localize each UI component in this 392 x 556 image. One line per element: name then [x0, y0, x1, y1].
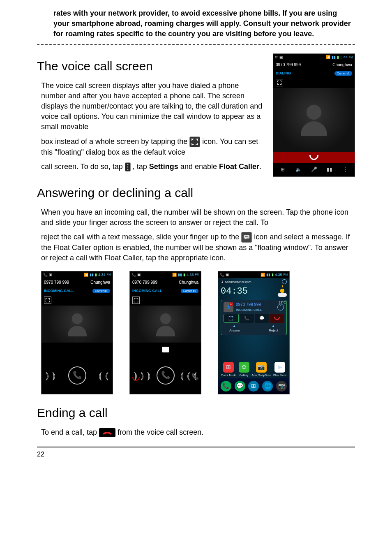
minimize-icon: [189, 137, 200, 147]
voice-para-3b: , tap: [133, 162, 149, 171]
message-icon: [241, 232, 252, 243]
answer-para-2: reject the call with a text message, sli…: [37, 232, 355, 264]
dock-browser[interactable]: 🌐: [262, 381, 273, 392]
hold-icon[interactable]: ▮▮: [326, 167, 333, 173]
svg-point-0: [127, 164, 128, 165]
svg-point-6: [247, 236, 248, 237]
dock: 📞 💬 ⊞ 🌐 📷: [218, 378, 289, 394]
call-option-bar: ⊞ 🔈 🎤 ▮▮ ⋮: [273, 163, 355, 176]
call-info-row: 0970 799 999 Chunghwa: [42, 278, 113, 287]
hangup-icon: [309, 155, 318, 160]
voice-para-1: The voice call screen displays after you…: [37, 81, 265, 132]
float-answer-button[interactable]: 📞: [240, 314, 254, 323]
hangup-button[interactable]: [273, 152, 355, 163]
status-left-icons: ⟳ ▣: [275, 55, 283, 60]
home-apps-row: ⊞Quick Mode ✿Gallery 📷Acer SnapNote ▶Pla…: [218, 359, 289, 378]
status-left: 📞 ▣: [43, 272, 53, 278]
contact-avatar: [42, 306, 113, 343]
answer-slider[interactable]: ⦆⦆ 📞 ⦅⦅: [42, 357, 113, 394]
app-play-store[interactable]: ▶Play Store: [273, 362, 286, 378]
gear-icon[interactable]: [282, 279, 287, 284]
heading-answer: Answering or declining a call: [37, 184, 355, 202]
voice-para-3c: and enable: [180, 162, 219, 171]
status-time: 3:44 PM: [340, 55, 353, 60]
weather-widget-header: 🌡 AccuWeather.com: [218, 278, 289, 285]
app-gallery[interactable]: ✿Gallery: [239, 362, 249, 378]
ending-para: To end a call, tap from the voice call s…: [37, 427, 355, 438]
svg-point-4: [245, 236, 246, 237]
dock-phone[interactable]: 📞: [221, 381, 231, 392]
call-state-label: DIALING: [276, 71, 291, 76]
overflow-menu-icon: [125, 162, 131, 171]
float-number: 0970 799 999: [236, 302, 262, 308]
minimize-button[interactable]: [276, 79, 283, 86]
temperature: 22°C: [279, 300, 286, 305]
status-right: 📶 ▮▮ ▮ 4:35 PM: [261, 272, 288, 278]
float-answer-label: Answer: [229, 328, 240, 333]
phone-ring-icon: 📞: [157, 366, 175, 385]
voice-para-2a: box instead of a whole screen by tapping…: [41, 137, 189, 146]
phone-number: 0970 799 999: [44, 280, 69, 285]
minimize-button[interactable]: [132, 297, 140, 304]
ending-para-b: from the voice call screen.: [118, 428, 203, 436]
status-bar: 📞 ▣ 📶 ▮▮ ▮ 4:35 PM: [218, 271, 289, 278]
heading-voice-call: The voice call screen: [37, 58, 265, 75]
voice-para-3a: call screen. To do so, tap: [41, 162, 125, 171]
call-state-label: INCOMING CALL: [132, 288, 162, 294]
ending-para-a: To end a call, tap: [41, 428, 99, 436]
float-reject-button[interactable]: [270, 314, 284, 323]
settings-word: Settings: [149, 162, 178, 171]
float-reject-label: Reject: [269, 328, 278, 333]
dock-apps[interactable]: ⊞: [248, 381, 259, 392]
reject-with-message-target[interactable]: [130, 343, 201, 357]
status-bar: ⟳ ▣ 📶 ▮▮ ▮ 3:44 PM: [273, 54, 355, 61]
weather-widget: 22°C: [278, 287, 287, 305]
float-avatar: 👤1: [224, 302, 233, 312]
svg-point-1: [127, 167, 128, 168]
more-icon[interactable]: ⋮: [342, 167, 348, 173]
call-info-row: 0970 799 999 Chunghwa: [130, 278, 201, 287]
dock-camera[interactable]: 📷: [276, 381, 287, 392]
status-bar: 📞 ▣ 📶 ▮▮ ▮ 4:34 PM: [42, 271, 113, 278]
float-message-button[interactable]: 💬: [255, 314, 269, 323]
status-right: 📶 ▮▮ ▮ 3:44 PM: [326, 55, 353, 60]
contact-name: Chunghwa: [90, 280, 110, 285]
float-reject-arrow: ▲: [272, 324, 275, 328]
screenshot-incoming-2: 📞 ▣ 📶 ▮▮ ▮ 4:35 PM 0970 799 999 Chunghwa…: [129, 271, 201, 394]
float-caller-word: Float Caller: [219, 162, 259, 171]
float-state: INCOMING CALL: [236, 308, 262, 312]
battery-icon: ▮: [337, 55, 339, 60]
minimize-button[interactable]: [44, 297, 51, 304]
voice-para-3: call screen. To do so, tap , tap Setting…: [37, 162, 265, 172]
voice-para-2: box instead of a whole screen by tapping…: [37, 137, 265, 158]
phone-number: 0970 799 999: [132, 280, 157, 285]
call-state-row: DIALING Carrier #1: [273, 70, 355, 77]
cloud-icon: [278, 293, 287, 297]
wifi-icon: 📶: [326, 55, 330, 60]
mute-icon[interactable]: 🎤: [311, 167, 317, 173]
app-quick-mode[interactable]: ⊞Quick Mode: [221, 362, 236, 378]
page-footer: 22: [37, 447, 355, 459]
call-state-row: INCOMING CALL Carrier #1: [130, 287, 201, 295]
dock-messages[interactable]: 💬: [235, 381, 245, 392]
home-screen: 🌡 AccuWeather.com 04:35 22°C 👤1 0970 799…: [218, 278, 289, 394]
app-snapnote[interactable]: 📷Acer SnapNote: [251, 362, 271, 378]
answer-target-icon: 📞: [191, 373, 198, 381]
answer-para-1: When you have an incoming call, the numb…: [37, 207, 355, 228]
svg-point-2: [127, 169, 128, 170]
answer-slider[interactable]: ⦆⦆⦆ 📞 ⦅⦅⦅ 📞: [130, 357, 201, 394]
screenshot-float-caller: 📞 ▣ 📶 ▮▮ ▮ 4:35 PM 🌡 AccuWeather.com 04:…: [218, 271, 290, 394]
empty-space: [42, 343, 113, 357]
status-left: 📞 ▣: [220, 272, 229, 278]
phone-number: 0970 799 999: [276, 62, 301, 68]
float-caller-window[interactable]: 👤1 0970 799 999 INCOMING CALL ˄ 📞 💬 ▲▲ A…: [221, 300, 287, 335]
contact-name: Chunghwa: [332, 62, 352, 68]
status-bar: 📞 ▣ 📶 ▮▮ ▮ 4:35 PM: [130, 271, 201, 278]
speaker-icon[interactable]: 🔈: [295, 167, 302, 173]
status-right: 📶 ▮▮ ▮ 4:34 PM: [84, 272, 111, 278]
call-state-row: INCOMING CALL Carrier #1: [42, 287, 113, 295]
call-info-row: 0970 799 999 Chunghwa: [273, 60, 355, 70]
float-fullscreen-button[interactable]: [224, 314, 239, 323]
dialpad-icon[interactable]: ⊞: [279, 167, 286, 173]
status-left: 📞 ▣: [131, 272, 141, 278]
